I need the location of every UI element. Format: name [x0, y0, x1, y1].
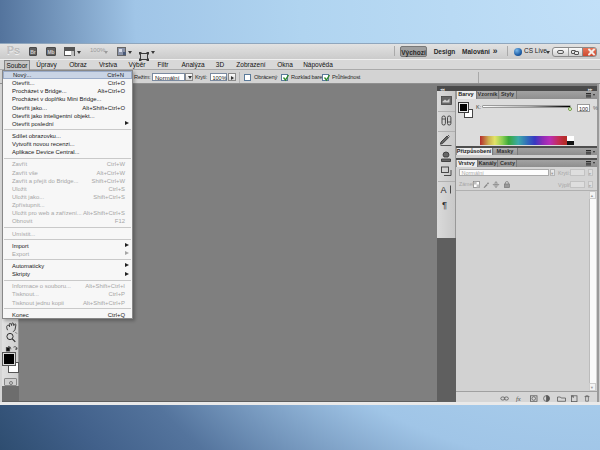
svg-text:fx: fx	[516, 395, 521, 402]
svg-text:¶: ¶	[442, 199, 447, 210]
svg-text:A: A	[441, 185, 447, 195]
